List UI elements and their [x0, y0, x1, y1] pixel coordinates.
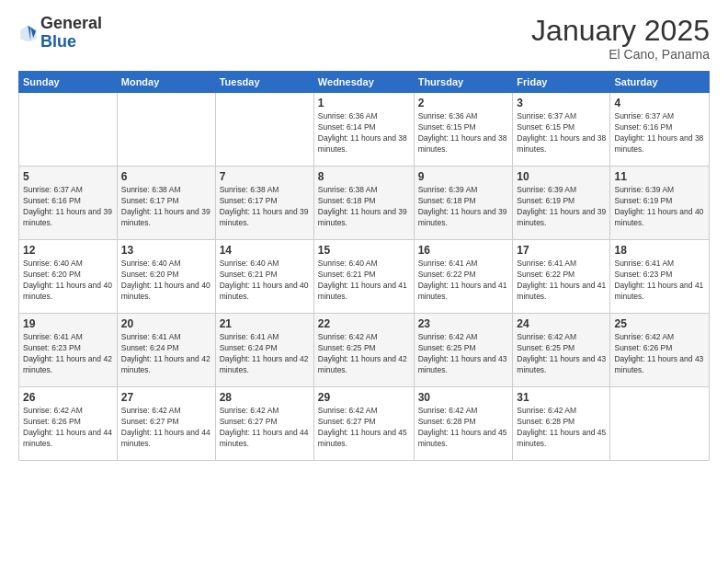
day-info: Sunrise: 6:41 AM Sunset: 6:23 PM Dayligh… — [23, 332, 113, 376]
calendar-header-tuesday: Tuesday — [215, 72, 313, 93]
day-number: 3 — [517, 97, 606, 109]
day-info: Sunrise: 6:42 AM Sunset: 6:25 PM Dayligh… — [318, 332, 410, 376]
calendar-cell — [117, 93, 215, 167]
day-number: 29 — [318, 391, 410, 404]
calendar-cell: 5Sunrise: 6:37 AM Sunset: 6:16 PM Daylig… — [19, 167, 118, 240]
location-subtitle: El Cano, Panama — [531, 47, 710, 62]
calendar-header-friday: Friday — [513, 72, 610, 93]
calendar-cell: 11Sunrise: 6:39 AM Sunset: 6:19 PM Dayli… — [610, 167, 710, 240]
calendar-cell: 31Sunrise: 6:42 AM Sunset: 6:28 PM Dayli… — [513, 387, 610, 461]
calendar-cell: 10Sunrise: 6:39 AM Sunset: 6:19 PM Dayli… — [513, 167, 610, 240]
logo: General Blue — [18, 15, 102, 52]
page: General Blue January 2025 El Cano, Panam… — [0, 0, 728, 563]
day-info: Sunrise: 6:42 AM Sunset: 6:28 PM Dayligh… — [517, 406, 606, 450]
calendar-cell: 12Sunrise: 6:40 AM Sunset: 6:20 PM Dayli… — [19, 240, 118, 314]
calendar-week-2: 5Sunrise: 6:37 AM Sunset: 6:16 PM Daylig… — [19, 167, 710, 240]
day-number: 19 — [23, 317, 113, 330]
calendar-header-thursday: Thursday — [414, 72, 513, 93]
calendar-cell: 14Sunrise: 6:40 AM Sunset: 6:21 PM Dayli… — [215, 240, 313, 314]
day-number: 6 — [121, 170, 211, 183]
day-info: Sunrise: 6:36 AM Sunset: 6:15 PM Dayligh… — [418, 111, 509, 155]
calendar-header-monday: Monday — [117, 72, 215, 93]
calendar-cell: 7Sunrise: 6:38 AM Sunset: 6:17 PM Daylig… — [215, 167, 313, 240]
day-number: 21 — [220, 317, 310, 330]
day-info: Sunrise: 6:38 AM Sunset: 6:18 PM Dayligh… — [318, 185, 410, 229]
calendar-week-4: 19Sunrise: 6:41 AM Sunset: 6:23 PM Dayli… — [19, 314, 710, 387]
calendar-cell: 24Sunrise: 6:42 AM Sunset: 6:25 PM Dayli… — [513, 314, 610, 387]
day-number: 1 — [318, 97, 410, 109]
calendar-cell: 2Sunrise: 6:36 AM Sunset: 6:15 PM Daylig… — [414, 93, 513, 167]
calendar-cell: 15Sunrise: 6:40 AM Sunset: 6:21 PM Dayli… — [313, 240, 414, 314]
day-number: 22 — [318, 317, 410, 330]
day-info: Sunrise: 6:37 AM Sunset: 6:16 PM Dayligh… — [614, 111, 705, 155]
calendar-header-wednesday: Wednesday — [313, 72, 414, 93]
day-number: 25 — [614, 317, 705, 330]
day-number: 8 — [318, 170, 410, 183]
calendar-cell: 13Sunrise: 6:40 AM Sunset: 6:20 PM Dayli… — [117, 240, 215, 314]
calendar-cell: 16Sunrise: 6:41 AM Sunset: 6:22 PM Dayli… — [414, 240, 513, 314]
calendar-cell: 27Sunrise: 6:42 AM Sunset: 6:27 PM Dayli… — [117, 387, 215, 461]
calendar-cell: 29Sunrise: 6:42 AM Sunset: 6:27 PM Dayli… — [313, 387, 414, 461]
day-info: Sunrise: 6:42 AM Sunset: 6:25 PM Dayligh… — [517, 332, 606, 376]
day-number: 14 — [220, 244, 310, 257]
logo-icon — [18, 23, 39, 43]
calendar-cell: 6Sunrise: 6:38 AM Sunset: 6:17 PM Daylig… — [117, 167, 215, 240]
day-number: 20 — [121, 317, 211, 330]
day-info: Sunrise: 6:38 AM Sunset: 6:17 PM Dayligh… — [220, 185, 310, 229]
calendar-cell — [19, 93, 118, 167]
day-info: Sunrise: 6:41 AM Sunset: 6:24 PM Dayligh… — [121, 332, 211, 376]
calendar-cell: 9Sunrise: 6:39 AM Sunset: 6:18 PM Daylig… — [414, 167, 513, 240]
calendar-cell — [610, 387, 710, 461]
day-number: 28 — [220, 391, 310, 404]
day-info: Sunrise: 6:41 AM Sunset: 6:23 PM Dayligh… — [614, 259, 705, 303]
day-number: 13 — [121, 244, 211, 257]
day-number: 23 — [418, 317, 509, 330]
day-info: Sunrise: 6:39 AM Sunset: 6:19 PM Dayligh… — [614, 185, 705, 229]
day-info: Sunrise: 6:42 AM Sunset: 6:27 PM Dayligh… — [220, 406, 310, 450]
day-info: Sunrise: 6:41 AM Sunset: 6:22 PM Dayligh… — [418, 259, 509, 303]
calendar-cell: 8Sunrise: 6:38 AM Sunset: 6:18 PM Daylig… — [313, 167, 414, 240]
calendar-cell: 30Sunrise: 6:42 AM Sunset: 6:28 PM Dayli… — [414, 387, 513, 461]
day-number: 4 — [614, 97, 705, 109]
calendar-cell: 28Sunrise: 6:42 AM Sunset: 6:27 PM Dayli… — [215, 387, 313, 461]
day-number: 10 — [517, 170, 606, 183]
day-number: 5 — [23, 170, 113, 183]
calendar-week-1: 1Sunrise: 6:36 AM Sunset: 6:14 PM Daylig… — [19, 93, 710, 167]
calendar-cell: 26Sunrise: 6:42 AM Sunset: 6:26 PM Dayli… — [19, 387, 118, 461]
calendar-cell: 21Sunrise: 6:41 AM Sunset: 6:24 PM Dayli… — [215, 314, 313, 387]
day-info: Sunrise: 6:36 AM Sunset: 6:14 PM Dayligh… — [318, 111, 410, 155]
logo-general-text: General — [40, 14, 102, 32]
day-info: Sunrise: 6:38 AM Sunset: 6:17 PM Dayligh… — [121, 185, 211, 229]
day-info: Sunrise: 6:42 AM Sunset: 6:27 PM Dayligh… — [318, 406, 410, 450]
calendar-cell: 4Sunrise: 6:37 AM Sunset: 6:16 PM Daylig… — [610, 93, 710, 167]
day-number: 15 — [318, 244, 410, 257]
calendar-cell: 19Sunrise: 6:41 AM Sunset: 6:23 PM Dayli… — [19, 314, 118, 387]
day-number: 2 — [418, 97, 509, 109]
day-number: 12 — [23, 244, 113, 257]
calendar-cell — [215, 93, 313, 167]
day-number: 18 — [614, 244, 705, 257]
day-info: Sunrise: 6:41 AM Sunset: 6:22 PM Dayligh… — [517, 259, 606, 303]
day-number: 17 — [517, 244, 606, 257]
day-info: Sunrise: 6:40 AM Sunset: 6:21 PM Dayligh… — [318, 259, 410, 303]
title-block: January 2025 El Cano, Panama — [531, 15, 710, 62]
day-number: 31 — [517, 391, 606, 404]
calendar-week-5: 26Sunrise: 6:42 AM Sunset: 6:26 PM Dayli… — [19, 387, 710, 461]
day-info: Sunrise: 6:40 AM Sunset: 6:20 PM Dayligh… — [121, 259, 211, 303]
day-number: 27 — [121, 391, 211, 404]
day-number: 7 — [220, 170, 310, 183]
month-title: January 2025 — [531, 15, 710, 47]
day-info: Sunrise: 6:41 AM Sunset: 6:24 PM Dayligh… — [220, 332, 310, 376]
day-info: Sunrise: 6:42 AM Sunset: 6:26 PM Dayligh… — [614, 332, 705, 376]
day-info: Sunrise: 6:40 AM Sunset: 6:21 PM Dayligh… — [220, 259, 310, 303]
calendar-header-row: SundayMondayTuesdayWednesdayThursdayFrid… — [19, 72, 710, 93]
day-info: Sunrise: 6:42 AM Sunset: 6:25 PM Dayligh… — [418, 332, 509, 376]
logo-blue-text: Blue — [40, 32, 76, 51]
calendar-cell: 23Sunrise: 6:42 AM Sunset: 6:25 PM Dayli… — [414, 314, 513, 387]
day-info: Sunrise: 6:40 AM Sunset: 6:20 PM Dayligh… — [23, 259, 113, 303]
day-number: 9 — [418, 170, 509, 183]
day-info: Sunrise: 6:37 AM Sunset: 6:16 PM Dayligh… — [23, 185, 113, 229]
day-info: Sunrise: 6:37 AM Sunset: 6:15 PM Dayligh… — [517, 111, 606, 155]
calendar-table: SundayMondayTuesdayWednesdayThursdayFrid… — [18, 71, 710, 461]
calendar-header-sunday: Sunday — [19, 72, 118, 93]
